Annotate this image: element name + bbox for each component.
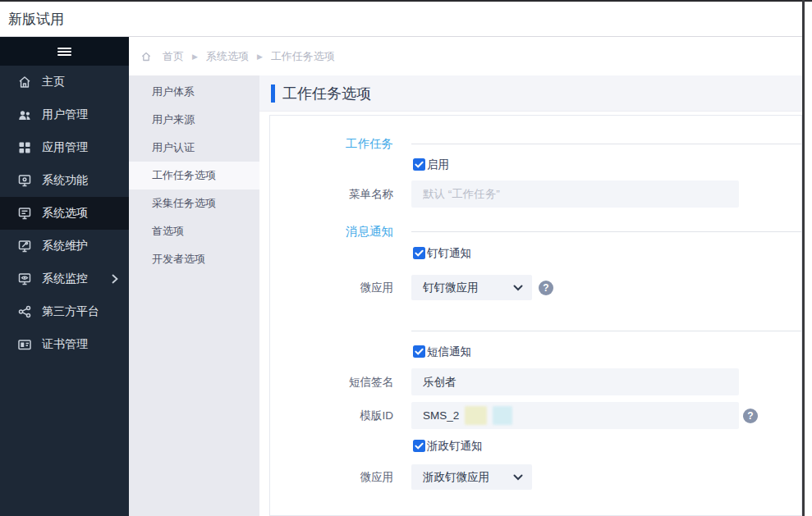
menu-name-label: 菜单名称 (270, 187, 401, 202)
breadcrumb-item-current: 工作任务选项 (271, 49, 335, 64)
zzd-app-label: 微应用 (270, 470, 401, 485)
chevron-down-icon (513, 474, 523, 481)
sms-template-input[interactable]: SMS_2 (411, 402, 739, 429)
section-title: 消息通知 (270, 224, 401, 240)
monitor-eye-icon (17, 272, 32, 286)
sidebar-item-label: 主页 (42, 75, 65, 89)
sidebar-item-label: 应用管理 (42, 140, 88, 155)
dingtalk-app-row: 微应用 钉钉微应用 ? (270, 275, 801, 300)
sms-checkbox-label: 短信通知 (427, 345, 471, 359)
page-title: 工作任务选项 (282, 84, 371, 103)
chevron-down-icon (513, 285, 523, 291)
enable-checkbox[interactable] (413, 158, 425, 171)
sms-sign-label: 短信签名 (270, 375, 401, 390)
home-icon (17, 75, 32, 89)
sidebar-item-certificate-management[interactable]: 证书管理 (0, 328, 129, 361)
primary-sidebar: 主页 用户管理 应用管理 系统功能 系统选项 (0, 37, 129, 516)
submenu-item-preferences[interactable]: 首选项 (129, 217, 259, 245)
sidebar-item-label: 系统选项 (42, 206, 88, 221)
dingtalk-row: 钉钉通知 (270, 247, 801, 259)
section-work-task: 工作任务 (270, 135, 801, 152)
redacted-text-block (465, 406, 487, 425)
help-icon[interactable]: ? (743, 409, 758, 423)
zzd-app-row: 微应用 浙政钉微应用 (270, 464, 801, 490)
settings-form-card: 工作任务 启用 菜单名称 消息通知 (269, 115, 802, 516)
help-icon[interactable]: ? (539, 281, 553, 295)
sms-row: 短信通知 (270, 345, 801, 358)
sidebar-item-label: 系统维护 (42, 239, 88, 253)
sidebar-item-label: 系统监控 (42, 272, 88, 286)
monitor-gear-icon (17, 173, 32, 188)
app-title: 新版试用 (8, 10, 64, 29)
sidebar-item-system-options[interactable]: 系统选项 (0, 197, 129, 230)
sidebar-item-label: 第三方平台 (42, 304, 99, 319)
enable-checkbox-label: 启用 (427, 158, 449, 172)
submenu-item-user-auth[interactable]: 用户认证 (129, 134, 259, 162)
selected-option: 浙政钉微应用 (423, 470, 513, 485)
sidebar-item-label: 系统功能 (42, 173, 88, 188)
submenu-item-developer-options[interactable]: 开发者选项 (129, 245, 259, 273)
sidebar-item-app-management[interactable]: 应用管理 (0, 131, 129, 164)
sms-sign-row: 短信签名 (270, 368, 801, 395)
top-header: 新版试用 (0, 2, 802, 37)
window-top-edge (0, 0, 812, 2)
redacted-text-block (493, 406, 512, 425)
apps-grid-icon (17, 140, 32, 155)
sidebar-item-label: 证书管理 (42, 337, 88, 352)
sms-sign-input[interactable] (411, 368, 739, 395)
chevron-right-icon (112, 274, 118, 284)
selected-option: 钉钉微应用 (423, 281, 513, 295)
hamburger-icon (57, 46, 71, 57)
zzd-checkbox[interactable] (413, 440, 425, 452)
options-submenu: 用户体系 用户来源 用户认证 工作任务选项 采集任务选项 首选项 开发者选项 (129, 75, 259, 516)
zzd-checkbox-label: 浙政钉通知 (427, 439, 483, 454)
group-divider (411, 331, 801, 331)
menu-name-row: 菜单名称 (270, 180, 801, 208)
monitor-wrench-icon (17, 239, 32, 253)
main-content: 工作任务选项 工作任务 启用 菜单名称 (259, 75, 802, 516)
dingtalk-checkbox[interactable] (413, 247, 425, 259)
sms-template-row: 模版ID SMS_2 ? (270, 402, 801, 429)
dingtalk-app-label: 微应用 (270, 281, 401, 295)
users-icon (17, 107, 32, 122)
sidebar-item-third-party-platform[interactable]: 第三方平台 (0, 295, 129, 328)
sidebar-item-user-management[interactable]: 用户管理 (0, 98, 129, 131)
sidebar-item-home[interactable]: 主页 (0, 66, 129, 98)
page-title-bar: 工作任务选项 (259, 75, 802, 112)
breadcrumb: 首页 ▶ 系统选项 ▶ 工作任务选项 (129, 37, 802, 75)
dingtalk-app-select[interactable]: 钉钉微应用 (411, 275, 532, 300)
section-title: 工作任务 (270, 136, 401, 152)
group-divider-row (270, 331, 801, 331)
submenu-item-user-source[interactable]: 用户来源 (129, 106, 259, 134)
breadcrumb-separator-icon: ▶ (257, 53, 263, 61)
dingtalk-checkbox-label: 钉钉通知 (427, 246, 471, 261)
breadcrumb-item-home[interactable]: 首页 (163, 49, 184, 64)
submenu-item-collect-task-options[interactable]: 采集任务选项 (129, 190, 259, 217)
sidebar-item-system-monitoring[interactable]: 系统监控 (0, 263, 129, 295)
sidebar-item-system-functions[interactable]: 系统功能 (0, 164, 129, 197)
monitor-options-icon (17, 206, 32, 221)
section-divider (411, 144, 801, 144)
sms-template-label: 模版ID (270, 409, 401, 423)
sidebar-item-label: 用户管理 (42, 107, 88, 122)
share-nodes-icon (17, 304, 32, 319)
title-accent-bar (271, 84, 275, 103)
sms-template-value: SMS_2 (423, 409, 459, 422)
scrollbar[interactable] (802, 0, 805, 516)
sidebar-collapse-button[interactable] (0, 37, 129, 66)
section-message-notify: 消息通知 (270, 223, 801, 240)
sidebar-item-system-maintenance[interactable]: 系统维护 (0, 230, 129, 263)
breadcrumb-separator-icon: ▶ (192, 53, 198, 61)
zzd-row: 浙政钉通知 (270, 440, 801, 452)
submenu-item-work-task-options[interactable]: 工作任务选项 (129, 162, 259, 190)
submenu-item-user-system[interactable]: 用户体系 (129, 78, 259, 106)
app-window: 新版试用 主页 用户管理 应用管理 (0, 0, 812, 516)
breadcrumb-home-icon[interactable] (140, 51, 152, 62)
certificate-card-icon (17, 337, 32, 352)
breadcrumb-item-system-options[interactable]: 系统选项 (206, 49, 249, 64)
sms-checkbox[interactable] (413, 345, 425, 358)
enable-row: 启用 (270, 158, 801, 171)
section-divider (411, 231, 801, 232)
menu-name-input[interactable] (411, 180, 739, 208)
zzd-app-select[interactable]: 浙政钉微应用 (411, 464, 532, 490)
